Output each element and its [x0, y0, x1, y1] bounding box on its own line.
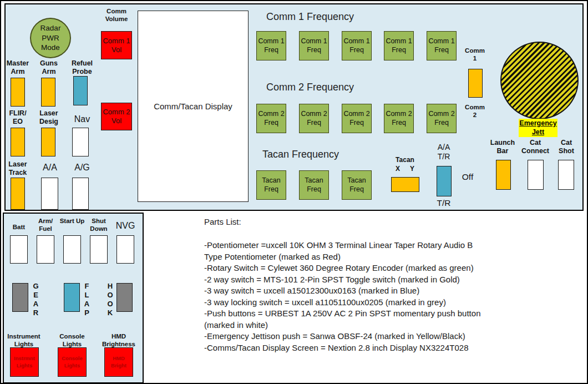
- ag-label: A/G: [69, 162, 95, 173]
- comm1-selector-label: Comm 1: [463, 47, 486, 63]
- flap-label: FLAP: [83, 282, 90, 317]
- laser-track-switch[interactable]: [11, 178, 25, 210]
- comm1-frequency-heading: Comm 1 Frequency: [255, 11, 366, 23]
- tacan-xy-switch[interactable]: [391, 177, 419, 192]
- comm1-freq-encoder-5[interactable]: Comm 1 Freq: [427, 31, 457, 60]
- tacan-frequency-heading: Tacan Frequency: [256, 149, 345, 160]
- aa-tr-switch[interactable]: [437, 166, 452, 196]
- parts-list-title: Parts List:: [204, 216, 488, 228]
- tacan-xy-label: Tacan: [389, 156, 420, 164]
- comm-selector-switch[interactable]: [468, 69, 483, 98]
- parts-list-item: -3 way locking switch = uxcell a11051100…: [204, 297, 488, 309]
- laser-desig-label: Laser Desig: [37, 109, 61, 126]
- tacan-y-label: Y: [410, 165, 414, 173]
- laser-desig-switch[interactable]: [41, 128, 55, 156]
- hook-switch[interactable]: [116, 283, 133, 312]
- tacan-xy-options: X Y: [389, 165, 420, 173]
- master-arm-label: Master Arm: [6, 59, 30, 76]
- tacan-freq-encoder-1[interactable]: Tacan Freq: [256, 170, 286, 200]
- aa-label: A/A: [37, 162, 63, 173]
- radar-pwr-mode-knob[interactable]: Radar PWR Mode: [30, 18, 71, 58]
- tacan-freq-encoder-3[interactable]: Tacan Freq: [342, 170, 372, 200]
- comm1-volume-pot[interactable]: Comm 1 Vol: [101, 31, 132, 59]
- console-lights-pot[interactable]: Console Lights: [58, 347, 87, 377]
- cat-connect-button[interactable]: [528, 160, 544, 190]
- laser-track-label: Laser Track: [6, 160, 30, 177]
- flir-eo-label: FLIR/ EO: [6, 109, 30, 126]
- nav-button[interactable]: [72, 128, 89, 156]
- ag-button[interactable]: [72, 178, 89, 210]
- comm1-freq-encoder-3[interactable]: Comm 1 Freq: [342, 31, 372, 60]
- guns-arm-label: Guns Arm: [37, 59, 61, 76]
- comm2-volume-pot[interactable]: Comm 2 Vol: [101, 103, 132, 130]
- refuel-probe-switch[interactable]: [73, 76, 88, 105]
- comm-tacan-display: Comm/Tacan Display: [138, 11, 249, 202]
- batt-button[interactable]: [10, 235, 28, 264]
- gear-switch[interactable]: [12, 283, 28, 312]
- comm1-freq-encoder-4[interactable]: Comm 1 Freq: [384, 31, 414, 60]
- cat-connect-label: Cat Connect: [519, 139, 552, 155]
- main-cockpit-panel: Comm Volume Radar PWR Mode Comm 1 Vol Co…: [4, 3, 584, 211]
- parts-list-item: -Emergency Jettison push = Sanwa OBSF-24…: [204, 331, 488, 342]
- aa-button[interactable]: [41, 178, 58, 210]
- parts-list: Parts List: -Potentiometer =uxcell 10K O…: [204, 216, 488, 353]
- refuel-probe-label: Refuel Probe: [69, 59, 95, 76]
- shut-down-button[interactable]: [90, 235, 108, 264]
- batt-label: Batt: [6, 224, 32, 231]
- hmd-brightness-label: HMD Brightness: [99, 333, 139, 348]
- parts-list-item: -Comms/Tacan Display Screen = Nextion 2.…: [204, 342, 488, 354]
- comm-volume-label: Comm Volume: [101, 8, 132, 23]
- nvg-label: NVG: [112, 220, 139, 231]
- cat-shot-button[interactable]: [558, 160, 574, 190]
- hmd-brightness-pot-text: HMD Bright: [105, 355, 133, 370]
- arm-fuel-button[interactable]: [37, 235, 54, 264]
- parts-list-items: -Potentiometer =uxcell 10K OHM 3 Termina…: [204, 240, 488, 353]
- comm2-freq-encoder-3[interactable]: Comm 2 Freq: [342, 104, 372, 133]
- comm2-freq-encoder-1[interactable]: Comm 2 Freq: [256, 104, 286, 133]
- arm-fuel-label: Arm/ Fuel: [32, 218, 59, 233]
- emergency-jettison-button[interactable]: [500, 42, 579, 119]
- parts-list-item: -Potentiometer =uxcell 10K OHM 3 Termina…: [204, 240, 488, 262]
- parts-list-item: -3 way switch = uxcell a15012300ux0163 (…: [204, 285, 488, 297]
- instrument-lights-pot-text: Instrmnt Lights: [11, 355, 38, 370]
- cat-shot-label: Cat Shot: [552, 139, 580, 155]
- parts-list-item: -Rotary Switch = Cylewet 360 Degree Rota…: [204, 262, 488, 274]
- flap-switch[interactable]: [64, 283, 80, 312]
- aa-tr-off-label: Off: [458, 172, 477, 183]
- panel-layout-sheet: Comm Volume Radar PWR Mode Comm 1 Vol Co…: [0, 0, 588, 384]
- parts-list-item: -2 way switch = MTS-101 2-Pin SPST Toggl…: [204, 274, 488, 286]
- aa-tr-tr-label: T/R: [432, 198, 456, 209]
- master-arm-switch[interactable]: [11, 78, 25, 107]
- comm2-selector-label: Comm 2: [463, 104, 486, 119]
- parts-list-item: -Push buttons = URBEST 1A 250V AC 2 Pin …: [204, 308, 488, 331]
- shut-down-label: Shut Down: [85, 218, 112, 233]
- guns-arm-switch[interactable]: [41, 78, 55, 107]
- console-lights-pot-text: Console Lights: [58, 355, 86, 370]
- launch-bar-switch[interactable]: [496, 160, 511, 190]
- hmd-brightness-pot[interactable]: HMD Bright: [104, 347, 133, 377]
- start-up-button[interactable]: [63, 235, 81, 264]
- flir-eo-switch[interactable]: [11, 128, 25, 156]
- tacan-x-label: X: [396, 165, 400, 173]
- emergency-jett-label: Emergency Jett: [519, 119, 557, 137]
- nav-label: Nav: [69, 114, 95, 124]
- instrument-lights-pot[interactable]: Instrmnt Lights: [10, 347, 39, 377]
- nvg-button[interactable]: [116, 235, 134, 264]
- comm2-freq-encoder-4[interactable]: Comm 2 Freq: [384, 104, 414, 133]
- launch-bar-label: Launch Bar: [486, 139, 519, 155]
- hook-label: HOOK: [107, 282, 114, 317]
- comm2-freq-encoder-2[interactable]: Comm 2 Freq: [299, 104, 329, 133]
- comm2-freq-encoder-5[interactable]: Comm 2 Freq: [427, 104, 457, 133]
- console-lights-label: Console Lights: [52, 333, 92, 348]
- instrument-lights-label: Instrument Lights: [4, 333, 44, 348]
- aa-tr-label: A/A T/R: [431, 143, 457, 161]
- comm1-freq-encoder-2[interactable]: Comm 1 Freq: [299, 31, 329, 60]
- comm2-frequency-heading: Comm 2 Frequency: [255, 82, 366, 93]
- aux-panel: Batt Arm/ Fuel Start Up Shut Down NVG GE…: [3, 213, 144, 383]
- gear-label: GEAR: [32, 282, 39, 317]
- comm1-freq-encoder-1[interactable]: Comm 1 Freq: [256, 31, 286, 60]
- tacan-freq-encoder-2[interactable]: Tacan Freq: [299, 170, 329, 200]
- start-up-label: Start Up: [59, 218, 85, 225]
